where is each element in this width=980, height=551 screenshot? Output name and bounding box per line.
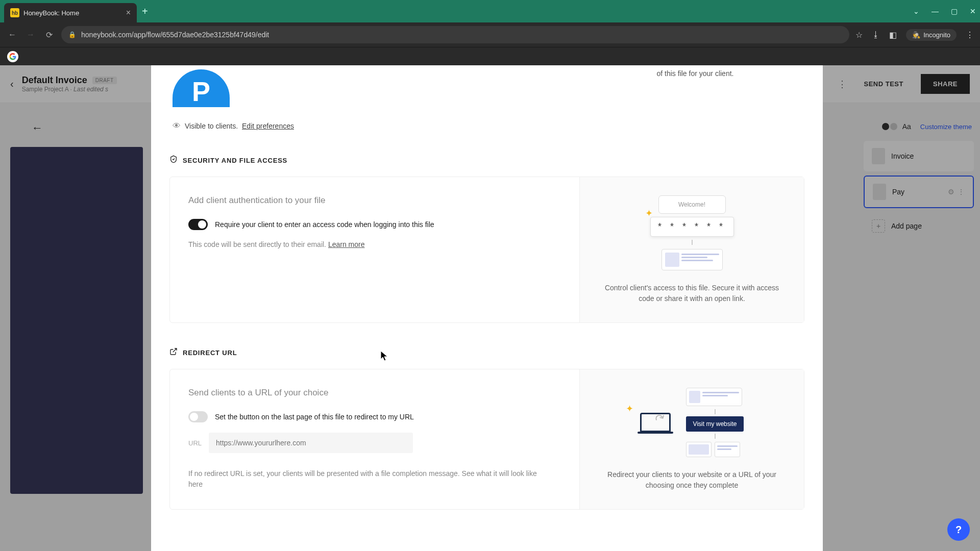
redirect-illustration: ✦ ↷ Visit my website — [626, 388, 758, 457]
learn-more-link[interactable]: Learn more — [328, 240, 365, 248]
browser-tab-strip: hb HoneyBook: Home × + ⌄ — ▢ ✕ — [0, 0, 980, 22]
google-bookmark-icon[interactable] — [7, 51, 18, 62]
security-heading: SECURITY AND FILE ACCESS — [183, 157, 287, 164]
security-caption: Control client's access to this file. Se… — [598, 283, 786, 304]
downloads-icon[interactable]: ⭳ — [872, 30, 880, 39]
new-tab-button[interactable]: + — [142, 6, 148, 17]
lock-icon: 🔒 — [68, 31, 76, 38]
security-subtitle: Add client authentication to your file — [188, 195, 551, 206]
url-label: URL — [188, 439, 202, 447]
redirect-caption: Redirect your clients to your website or… — [598, 469, 786, 491]
redirect-footer-text: If no redirect URL is set, your clients … — [188, 468, 551, 490]
window-controls: ⌄ — ▢ ✕ — [913, 7, 976, 15]
close-icon[interactable]: × — [126, 8, 131, 17]
url-text: honeybook.com/app/flow/655d7dae0e2be3125… — [81, 31, 269, 39]
edit-preferences-link[interactable]: Edit preferences — [242, 122, 294, 130]
maximize-icon[interactable]: ▢ — [951, 7, 958, 15]
google-g-icon — [9, 53, 16, 60]
external-link-icon — [169, 347, 178, 358]
bookmarks-bar — [0, 47, 980, 65]
visibility-text: Visible to clients. — [185, 122, 238, 130]
brand-logo[interactable]: P — [173, 69, 230, 107]
redirect-heading: REDIRECT URL — [183, 349, 237, 357]
tab-title: HoneyBook: Home — [23, 9, 122, 17]
redirect-subtitle: Send clients to a URL of your choice — [188, 388, 551, 398]
incognito-badge[interactable]: 🕵️ Incognito — [906, 29, 957, 41]
browser-toolbar: ← → ⟳ 🔒 honeybook.com/app/flow/655d7dae0… — [0, 22, 980, 47]
kebab-menu-icon[interactable]: ⋮ — [966, 30, 974, 40]
bookmark-star-icon[interactable]: ☆ — [855, 30, 863, 40]
redirect-toggle[interactable] — [188, 411, 208, 422]
address-bar[interactable]: 🔒 honeybook.com/app/flow/655d7dae0e2be31… — [61, 26, 849, 43]
eye-icon: 👁 — [173, 121, 181, 131]
logo-letter: P — [192, 78, 210, 105]
security-illustration: ✦ Welcome! * * * * * * — [646, 195, 738, 270]
back-icon[interactable]: ← — [6, 30, 18, 39]
redirect-url-input[interactable] — [209, 433, 413, 453]
shield-icon — [169, 155, 178, 165]
help-fab-button[interactable]: ? — [947, 518, 970, 541]
minimize-icon[interactable]: — — [932, 7, 939, 15]
tab-search-icon[interactable]: ⌄ — [913, 7, 919, 15]
access-code-toggle-label: Require your client to enter an access c… — [215, 220, 434, 229]
security-help-text: This code will be sent directly to their… — [188, 240, 326, 248]
sparkle-icon: ✦ — [626, 403, 633, 414]
forward-icon[interactable]: → — [24, 30, 37, 39]
tab-favicon: hb — [10, 8, 19, 17]
browser-tab[interactable]: hb HoneyBook: Home × — [4, 3, 137, 22]
close-window-icon[interactable]: ✕ — [970, 7, 976, 15]
settings-modal: of this file for your client. P 👁 Visibl… — [151, 65, 823, 551]
sparkle-icon: ✦ — [645, 208, 653, 219]
redirect-toggle-label: Set the button on the last page of this … — [215, 413, 414, 421]
reload-icon[interactable]: ⟳ — [43, 30, 55, 40]
sidepanel-icon[interactable]: ◧ — [889, 30, 897, 40]
access-code-toggle[interactable] — [188, 219, 208, 230]
top-caption-fragment: of this file for your client. — [629, 69, 762, 78]
incognito-icon: 🕵️ — [912, 31, 920, 39]
